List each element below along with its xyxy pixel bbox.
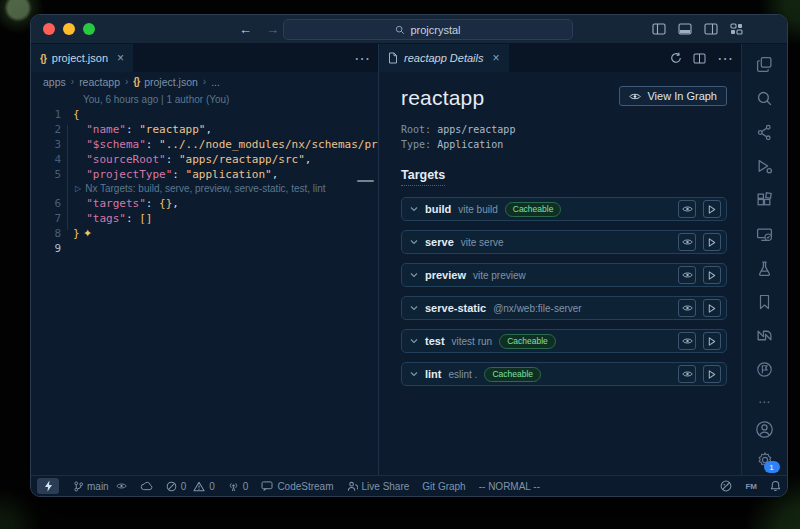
chevron-down-icon[interactable]: [410, 206, 418, 212]
view-in-graph-button[interactable]: View In Graph: [619, 86, 727, 106]
tab-reactapp-details[interactable]: reactapp Details ×: [379, 44, 509, 72]
target-command: eslint .: [449, 369, 478, 380]
run-target-button[interactable]: [703, 266, 721, 284]
run-debug-icon[interactable]: [756, 158, 773, 175]
view-target-button[interactable]: [678, 266, 696, 284]
broadcast-icon: [228, 481, 239, 492]
nx-console-icon[interactable]: [756, 327, 773, 344]
breadcrumb-item[interactable]: project.json: [144, 76, 198, 88]
code-line[interactable]: 7 "tags": []: [31, 211, 378, 226]
run-target-button[interactable]: [703, 332, 721, 350]
more-actions-icon[interactable]: ⋯: [717, 49, 733, 68]
forward-arrow-icon[interactable]: →: [266, 22, 279, 37]
json-file-icon: {}: [40, 53, 46, 64]
code-line[interactable]: 9: [31, 241, 378, 256]
chevron-down-icon[interactable]: [410, 305, 418, 311]
close-tab-icon[interactable]: ×: [117, 51, 124, 65]
run-target-button[interactable]: [703, 299, 721, 317]
gitlens-authors-codelens[interactable]: You, 6 hours ago | 1 author (You): [31, 93, 378, 107]
more-actions-icon[interactable]: ⋯: [354, 49, 370, 68]
account-icon[interactable]: [755, 420, 774, 439]
command-center-search[interactable]: projcrystal: [283, 19, 573, 40]
view-target-button[interactable]: [678, 200, 696, 218]
target-command: vite preview: [473, 270, 526, 281]
breadcrumb-separator-icon: ›: [125, 76, 128, 87]
play-icon: [708, 370, 716, 379]
type-label: Type:: [401, 139, 431, 150]
close-tab-icon[interactable]: ×: [493, 51, 500, 65]
tab-project-json[interactable]: {} project.json ×: [31, 44, 133, 72]
chevron-down-icon[interactable]: [410, 338, 418, 344]
code-line[interactable]: 2 "name": "reactapp",: [31, 122, 378, 137]
remote-explorer-icon[interactable]: [756, 226, 773, 243]
code-line[interactable]: 4 "sourceRoot": "apps/reactapp/src",: [31, 152, 378, 167]
chevron-down-icon[interactable]: [410, 371, 418, 377]
view-target-button[interactable]: [678, 332, 696, 350]
target-row[interactable]: lint eslint . Cacheable: [401, 362, 727, 386]
search-icon[interactable]: [756, 90, 773, 107]
git-graph-item[interactable]: Git Graph: [422, 481, 465, 492]
customize-layout-icon[interactable]: [730, 23, 743, 35]
bookmarks-icon[interactable]: [757, 294, 772, 310]
explorer-icon[interactable]: [756, 56, 773, 73]
problems-item[interactable]: 0 0: [166, 481, 215, 492]
extensions-icon[interactable]: [756, 192, 773, 209]
project-meta: Root: apps/reactapp Type: Application: [401, 122, 727, 152]
codestream-item[interactable]: CodeStream: [261, 481, 333, 492]
view-target-button[interactable]: [678, 233, 696, 251]
branch-icon: [74, 481, 83, 492]
vim-mode-indicator[interactable]: -- NORMAL --: [479, 481, 540, 492]
copilot-icon[interactable]: [720, 480, 732, 492]
breadcrumb-item[interactable]: ...: [211, 76, 220, 88]
live-share-item[interactable]: Live Share: [347, 481, 410, 492]
ports-item[interactable]: 0: [228, 481, 249, 492]
status-bar: main 0 0 0 CodeStream Live Share Git Gra…: [31, 475, 787, 496]
code-line[interactable]: 3 "$schema": "../../node_modules/nx/sche…: [31, 137, 378, 152]
target-row[interactable]: test vitest run Cacheable: [401, 329, 727, 353]
run-target-button[interactable]: [703, 233, 721, 251]
refresh-icon[interactable]: [670, 52, 682, 64]
gitlens-cloud-item[interactable]: [140, 481, 153, 491]
minimize-window-button[interactable]: [63, 23, 75, 35]
play-icon: [708, 238, 716, 247]
split-editor-icon[interactable]: [693, 53, 706, 64]
target-command: vite serve: [461, 237, 504, 248]
nx-targets-codelens[interactable]: ▷Nx Targets: build, serve, preview, serv…: [31, 182, 378, 196]
code-line[interactable]: 6 "targets": {},: [31, 196, 378, 211]
view-target-button[interactable]: [678, 365, 696, 383]
remote-indicator[interactable]: [37, 478, 59, 494]
root-label: Root:: [401, 124, 431, 135]
code-line[interactable]: 5 "projectType": "application",: [31, 167, 378, 182]
target-row[interactable]: serve vite serve: [401, 230, 727, 254]
target-row[interactable]: serve-static @nx/web:file-server: [401, 296, 727, 320]
testing-beaker-icon[interactable]: [756, 260, 773, 277]
code-editor[interactable]: You, 6 hours ago | 1 author (You)1{2 "na…: [31, 91, 378, 475]
source-control-icon[interactable]: [756, 124, 773, 141]
chevron-down-icon[interactable]: [410, 272, 418, 278]
target-row[interactable]: preview vite preview: [401, 263, 727, 287]
git-branch-item[interactable]: main: [74, 481, 127, 492]
chevron-down-icon[interactable]: [410, 239, 418, 245]
lightning-icon: [44, 480, 53, 492]
code-line[interactable]: 8} ✦: [31, 226, 378, 241]
bell-icon[interactable]: [770, 480, 781, 492]
run-target-button[interactable]: [703, 365, 721, 383]
breadcrumb-item[interactable]: reactapp: [79, 76, 120, 88]
eye-icon: [629, 92, 641, 101]
run-target-button[interactable]: [703, 200, 721, 218]
target-row[interactable]: build vite build Cacheable: [401, 197, 727, 221]
toggle-sidebar-icon[interactable]: [652, 23, 666, 35]
view-target-button[interactable]: [678, 299, 696, 317]
toggle-secondary-sidebar-icon[interactable]: [704, 23, 718, 35]
code-line[interactable]: 1{: [31, 107, 378, 122]
settings-gear-icon[interactable]: 1: [756, 451, 774, 469]
zoom-window-button[interactable]: [83, 23, 95, 35]
cacheable-badge: Cacheable: [505, 202, 562, 217]
format-indicator[interactable]: FM: [745, 482, 757, 491]
toggle-panel-icon[interactable]: [678, 23, 692, 35]
breadcrumb-item[interactable]: apps: [43, 76, 66, 88]
close-window-button[interactable]: [43, 23, 55, 35]
additional-views-icon[interactable]: ⋯: [758, 395, 771, 409]
codetour-flag-icon[interactable]: [756, 361, 773, 378]
back-arrow-icon[interactable]: ←: [239, 22, 252, 37]
